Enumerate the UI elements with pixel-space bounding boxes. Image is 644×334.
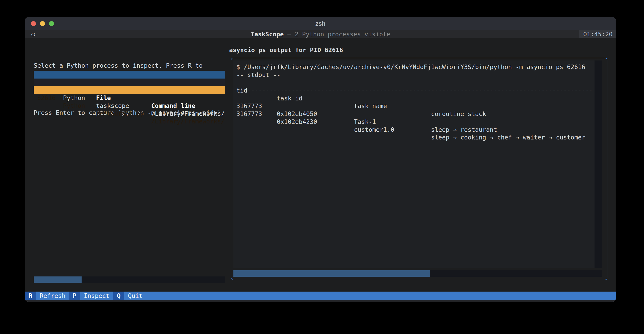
footer-label-refresh[interactable]: Refresh — [36, 292, 69, 300]
task-row: 3167773 0x102eb4230 customer1.0 sleep → … — [236, 102, 593, 110]
main-area: Select a Python process to inspect. Pres… — [25, 38, 616, 292]
asyncio-output-panel: $ /Users/jrfk/Library/Caches/uv/archive-… — [231, 58, 608, 280]
cell-pid: 62616 — [37, 94, 56, 102]
task-table-header: tid task id task name coroutine stack — [236, 79, 593, 87]
process-table: PID Process File Command line 62267 Pyth… — [34, 71, 224, 94]
task-name: Task-1 — [354, 118, 376, 126]
column-header-file[interactable]: File — [96, 94, 111, 102]
coroutine-stack: sleep → restaurant — [431, 126, 497, 134]
process-table-hscrollbar[interactable] — [34, 276, 224, 283]
task-name: customer1.0 — [354, 126, 394, 134]
task-tid: 3167773 — [236, 110, 262, 118]
app-subtitle: 2 Python processes visible — [295, 31, 390, 38]
footer-key-inspect[interactable]: P — [69, 292, 80, 300]
header-coroutine-stack: coroutine stack — [431, 110, 486, 118]
column-header-command[interactable]: Command line — [151, 102, 195, 110]
terminal-window: zsh ○ TaskScope — 2 Python processes vis… — [25, 17, 616, 302]
window-bottom-chrome — [25, 300, 616, 302]
footer-label-quit[interactable]: Quit — [124, 292, 146, 300]
app-title: TaskScope — [250, 31, 284, 38]
cell-file: taskscope — [96, 102, 129, 110]
coroutine-stack: sleep → cooking → chef → waiter → custom… — [431, 134, 586, 142]
output-pane-title: asyncio ps output for PID 62616 — [229, 46, 343, 54]
cell-process: Python — [63, 102, 85, 110]
footer-key-quit[interactable]: Q — [113, 292, 124, 300]
process-row-62616-selected[interactable]: 62616 Python restaurant.py /Library/Fram… — [34, 86, 224, 94]
footer: R Refresh P Inspect Q Quit — [25, 292, 616, 300]
task-row: 3167773 0x102eb4050 Task-1 sleep → resta… — [236, 95, 593, 102]
cell-process: Python — [63, 94, 85, 102]
stdout-marker: -- stdout -- — [236, 71, 593, 79]
footer-key-refresh[interactable]: R — [25, 292, 36, 300]
footer-label-inspect[interactable]: Inspect — [80, 292, 113, 300]
log-hscrollbar[interactable] — [234, 270, 602, 277]
log-content: $ /Users/jrfk/Library/Caches/uv/archive-… — [236, 63, 593, 110]
cell-command: /Library/Frameworks/ — [151, 118, 224, 126]
app-header: ○ TaskScope — 2 Python processes visible… — [25, 30, 616, 38]
divider-line: ----------------------------------------… — [236, 87, 593, 95]
process-table-hscrollbar-thumb[interactable] — [34, 276, 82, 283]
app-header-title: TaskScope — 2 Python processes visible — [25, 30, 616, 38]
window-title: zsh — [25, 17, 616, 30]
clock: 01:45:20 — [579, 30, 616, 38]
task-id: 0x102eb4050 — [277, 110, 317, 118]
cell-command: /Library/Frameworks/ — [151, 110, 224, 118]
log-hscrollbar-thumb[interactable] — [234, 270, 430, 277]
task-id: 0x102eb4230 — [277, 118, 317, 126]
log-vscrollbar-track[interactable] — [594, 60, 602, 268]
app-title-separator: — — [284, 31, 295, 38]
cell-file: restaurant.py — [96, 110, 144, 118]
process-table-header: PID Process File Command line — [34, 71, 224, 79]
footer-filler — [146, 292, 616, 300]
command-line: $ /Users/jrfk/Library/Caches/uv/archive-… — [236, 63, 593, 71]
instructions-line-1: Select a Python process to inspect. Pres… — [34, 62, 224, 70]
titlebar: zsh — [25, 17, 616, 30]
process-row-62267[interactable]: 62267 Python taskscope /Library/Framewor… — [34, 79, 224, 86]
